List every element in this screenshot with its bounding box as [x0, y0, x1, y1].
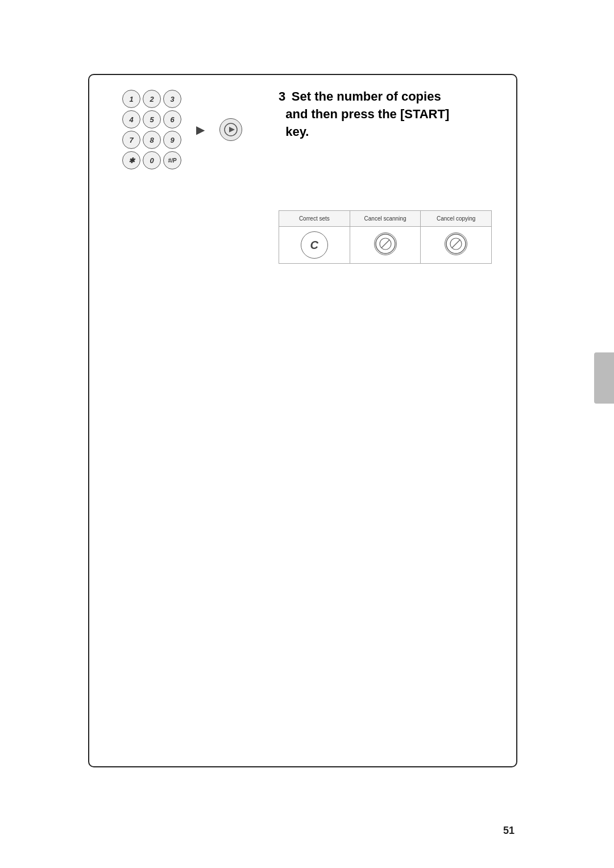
key-6[interactable]: 6: [163, 110, 181, 128]
key-hash-p[interactable]: #/P: [163, 151, 181, 169]
key-8[interactable]: 8: [143, 131, 161, 149]
start-button[interactable]: [219, 118, 242, 141]
cancel-scanning-icon: [375, 233, 396, 255]
key-9[interactable]: 9: [163, 131, 181, 149]
correct-sets-section: Correct sets C: [279, 210, 350, 264]
keypad-grid: 1 2 3 4 5 6 7 8 9 ✱ 0 #/P: [122, 90, 181, 169]
side-tab: [594, 352, 614, 404]
key-0[interactable]: 0: [143, 151, 161, 169]
key-4[interactable]: 4: [122, 110, 140, 128]
key-5[interactable]: 5: [143, 110, 161, 128]
step-instruction: Set the number of copies and then press …: [279, 89, 449, 139]
svg-marker-1: [229, 127, 235, 132]
svg-line-4: [381, 240, 389, 248]
correct-sets-label: Correct sets: [279, 211, 350, 227]
correct-sets-button[interactable]: C: [301, 231, 328, 259]
cancel-copying-label: Cancel copying: [421, 211, 491, 227]
cancel-scanning-section: Cancel scanning: [350, 210, 421, 264]
cancel-scanning-label: Cancel scanning: [350, 211, 421, 227]
key-star[interactable]: ✱: [122, 151, 140, 169]
key-7[interactable]: 7: [122, 131, 140, 149]
cancel-scanning-button[interactable]: [374, 232, 397, 255]
action-keys-panel: Correct sets C Cancel scanning Cancel co…: [279, 210, 492, 264]
page-number: 51: [503, 825, 515, 837]
page: 3 Set the number of copies and then pres…: [0, 0, 614, 868]
cancel-copying-section: Cancel copying: [421, 210, 492, 264]
key-1[interactable]: 1: [122, 90, 140, 108]
key-2[interactable]: 2: [143, 90, 161, 108]
cancel-copying-button[interactable]: [445, 232, 467, 255]
instruction-area: 3 Set the number of copies and then pres…: [279, 88, 495, 140]
key-3[interactable]: 3: [163, 90, 181, 108]
svg-line-7: [452, 240, 460, 248]
main-content-box: [88, 74, 517, 767]
arrow-icon: ▶: [196, 123, 205, 136]
cancel-copying-icon: [445, 233, 467, 255]
start-icon: [223, 122, 238, 137]
keypad-area: 1 2 3 4 5 6 7 8 9 ✱ 0 #/P ▶: [122, 90, 242, 169]
step-number: 3: [279, 89, 285, 103]
